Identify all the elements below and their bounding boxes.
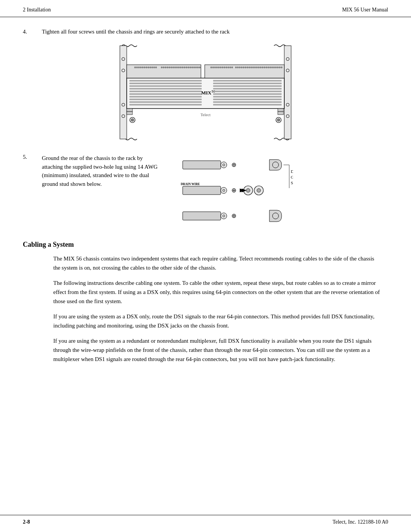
svg-point-22 bbox=[151, 67, 153, 68]
svg-rect-83 bbox=[129, 80, 202, 81]
svg-point-65 bbox=[249, 67, 250, 68]
svg-text:Stud: Stud bbox=[291, 181, 293, 185]
svg-rect-92 bbox=[129, 104, 202, 105]
svg-point-68 bbox=[254, 67, 256, 68]
svg-point-15 bbox=[138, 67, 140, 68]
svg-point-73 bbox=[264, 67, 265, 68]
step4-number: 4. bbox=[23, 29, 34, 35]
svg-point-28 bbox=[167, 67, 168, 68]
svg-point-63 bbox=[245, 67, 246, 68]
svg-rect-96 bbox=[213, 83, 282, 84]
svg-point-57 bbox=[231, 67, 233, 68]
svg-point-49 bbox=[216, 67, 218, 68]
svg-point-39 bbox=[188, 67, 189, 68]
svg-rect-98 bbox=[213, 88, 282, 89]
svg-point-62 bbox=[243, 67, 244, 68]
section-heading: Cabling a System bbox=[23, 241, 388, 249]
svg-point-25 bbox=[161, 67, 162, 68]
svg-text:⊕: ⊕ bbox=[231, 212, 236, 219]
svg-rect-103 bbox=[213, 101, 282, 103]
svg-point-70 bbox=[258, 67, 260, 68]
svg-rect-89 bbox=[129, 96, 202, 97]
rack-diagram-svg: MIX 56 Telect bbox=[99, 42, 312, 145]
svg-point-80 bbox=[277, 67, 279, 68]
page-header: 2 Installation MIX 56 User Manual bbox=[0, 0, 411, 17]
svg-point-61 bbox=[241, 67, 242, 68]
svg-point-33 bbox=[176, 67, 178, 68]
header-right: MIX 56 User Manual bbox=[342, 7, 388, 13]
svg-rect-109 bbox=[278, 112, 284, 115]
svg-point-50 bbox=[218, 67, 220, 68]
svg-point-113 bbox=[277, 119, 280, 121]
svg-point-67 bbox=[252, 67, 254, 68]
svg-point-40 bbox=[190, 67, 191, 68]
svg-point-30 bbox=[170, 67, 172, 68]
step-4: 4. Tighten all four screws until the cha… bbox=[23, 29, 388, 35]
svg-point-46 bbox=[210, 67, 212, 68]
svg-rect-97 bbox=[213, 85, 282, 87]
svg-rect-114 bbox=[183, 161, 221, 169]
svg-rect-91 bbox=[129, 101, 202, 103]
svg-point-71 bbox=[260, 67, 261, 68]
svg-point-38 bbox=[186, 67, 187, 68]
svg-point-19 bbox=[146, 67, 147, 68]
svg-point-53 bbox=[224, 67, 225, 68]
svg-point-125 bbox=[257, 189, 261, 192]
svg-point-55 bbox=[228, 67, 229, 68]
svg-point-52 bbox=[222, 67, 223, 68]
svg-rect-107 bbox=[127, 112, 132, 115]
svg-point-123 bbox=[246, 189, 250, 192]
svg-point-20 bbox=[148, 67, 149, 68]
svg-point-31 bbox=[172, 67, 174, 68]
svg-point-26 bbox=[163, 67, 164, 68]
main-content: 4. Tighten all four screws until the cha… bbox=[0, 17, 411, 515]
svg-rect-102 bbox=[213, 99, 282, 100]
svg-rect-101 bbox=[213, 96, 282, 97]
svg-point-58 bbox=[235, 67, 237, 68]
svg-point-78 bbox=[273, 67, 275, 68]
svg-rect-85 bbox=[129, 85, 202, 87]
svg-rect-84 bbox=[129, 83, 202, 84]
svg-point-42 bbox=[193, 67, 195, 68]
body-para-2: The following instructions describe cabl… bbox=[53, 278, 381, 306]
svg-point-59 bbox=[237, 67, 239, 68]
svg-point-116 bbox=[223, 164, 225, 166]
svg-text:⊕: ⊕ bbox=[231, 187, 236, 193]
step5-text: Ground the rear of the chassis to the ra… bbox=[42, 154, 164, 188]
svg-point-35 bbox=[180, 67, 182, 68]
svg-text:Ground: Ground bbox=[291, 175, 293, 179]
step-5: 5. Ground the rear of the chassis to the… bbox=[23, 154, 388, 232]
svg-point-74 bbox=[266, 67, 267, 68]
svg-rect-90 bbox=[129, 99, 202, 100]
svg-text:Telect: Telect bbox=[201, 112, 211, 117]
svg-point-82 bbox=[281, 67, 282, 68]
svg-rect-87 bbox=[129, 91, 202, 92]
body-para-3: If you are using the system as a DSX onl… bbox=[53, 312, 381, 330]
svg-rect-88 bbox=[129, 93, 202, 95]
ground-stud-svg: ⊕ ⊕ bbox=[175, 154, 293, 230]
svg-point-43 bbox=[195, 67, 197, 68]
svg-point-66 bbox=[250, 67, 252, 68]
svg-point-36 bbox=[182, 67, 183, 68]
svg-point-79 bbox=[275, 67, 277, 68]
step5-number: 5. bbox=[23, 154, 42, 160]
svg-point-128 bbox=[223, 215, 225, 217]
svg-point-14 bbox=[136, 67, 138, 68]
body-para-1: The MIX 56 chassis contains two independ… bbox=[53, 254, 381, 272]
svg-point-81 bbox=[279, 67, 280, 68]
step4-text: Tighten all four screws until the chassi… bbox=[42, 29, 388, 35]
svg-point-24 bbox=[155, 67, 157, 68]
svg-text:MIX: MIX bbox=[201, 90, 212, 96]
svg-point-56 bbox=[229, 67, 231, 68]
svg-rect-108 bbox=[278, 109, 284, 112]
svg-point-37 bbox=[184, 67, 185, 68]
svg-point-54 bbox=[226, 67, 227, 68]
svg-point-60 bbox=[239, 67, 241, 68]
footer-right: Telect, Inc. 122188-10 A0 bbox=[333, 519, 388, 525]
svg-point-21 bbox=[150, 67, 151, 68]
svg-rect-95 bbox=[213, 80, 282, 81]
svg-point-111 bbox=[131, 119, 134, 121]
svg-rect-100 bbox=[213, 93, 282, 95]
svg-rect-118 bbox=[183, 186, 221, 195]
svg-point-120 bbox=[223, 189, 225, 192]
